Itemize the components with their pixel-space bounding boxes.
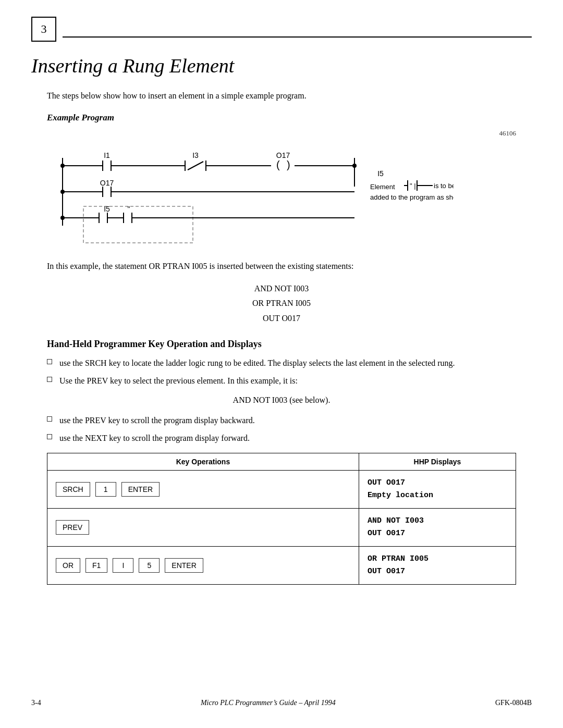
hhp-display-1: OUT O017 Empty location	[359, 470, 516, 508]
svg-point-20	[352, 164, 357, 168]
hhp-display-2: AND NOT I003 OUT O017	[359, 508, 516, 546]
code-line-1: AND NOT I003	[47, 281, 516, 297]
svg-text:": "	[128, 205, 130, 213]
footer-title: Micro PLC Programmer’s Guide – April 199…	[201, 699, 336, 707]
svg-text:is to be: is to be	[434, 182, 454, 190]
bullet-icon-4	[47, 434, 52, 439]
main-content: The steps below show how to insert an el…	[0, 77, 563, 585]
page-title: Inserting a Rung Element	[0, 42, 563, 77]
col-key-ops: Key Operations	[47, 453, 359, 470]
key-i: I	[113, 558, 133, 573]
bullet-item-4: use the NEXT key to scroll the program d…	[47, 432, 516, 445]
svg-text:I5: I5	[104, 205, 110, 213]
code-line-2: OR PTRAN I005	[47, 296, 516, 311]
svg-text:Element: Element	[370, 183, 395, 191]
bullet-icon-2	[47, 377, 52, 382]
bullet-item-2: Use the PREV key to select the previous …	[47, 375, 516, 387]
key-enter-1: ENTER	[121, 482, 160, 497]
code-line-3: OUT O017	[47, 311, 516, 326]
code-block: AND NOT I003 OR PTRAN I005 OUT O017	[47, 281, 516, 326]
svg-text:I1: I1	[104, 151, 110, 159]
col-hhp: HHP Displays	[359, 453, 516, 470]
key-f1: F1	[85, 558, 107, 573]
bullet-icon-1	[47, 359, 52, 364]
key-ops-cell-2: PREV	[47, 508, 359, 546]
page-footer: 3-4 Micro PLC Programmer’s Guide – April…	[0, 699, 563, 707]
svg-text:): )	[287, 159, 290, 170]
key-srch: SRCH	[56, 482, 90, 497]
handheld-heading: Hand-Held Programmer Key Operation and D…	[47, 339, 516, 350]
bullet-list-2: use the PREV key to scroll the program d…	[47, 414, 516, 445]
bullet-list-1: use the SRCH key to locate the ladder lo…	[47, 357, 516, 387]
svg-line-12	[188, 162, 203, 170]
footer-doc-id: GFK-0804B	[495, 699, 532, 707]
key-prev: PREV	[56, 520, 89, 535]
bullet-item-1: use the SRCH key to locate the ladder lo…	[47, 357, 516, 369]
svg-text:(: (	[276, 159, 280, 170]
svg-text:I3: I3	[192, 151, 199, 159]
example-heading: Example Program	[47, 113, 516, 123]
svg-text:I5: I5	[377, 169, 384, 178]
key-1: 1	[95, 482, 116, 497]
chapter-line	[63, 36, 532, 38]
operations-table: Key Operations HHP Displays SRCH 1 ENTER…	[47, 453, 516, 585]
example-note: In this example, the statement OR PTRAN …	[47, 260, 516, 273]
key-ops-cell-3: OR F1 I 5 ENTER	[47, 546, 359, 584]
svg-rect-32	[83, 206, 193, 243]
footer-page-number: 3-4	[31, 699, 41, 707]
svg-text:" |: " |	[410, 182, 416, 190]
svg-text:O17: O17	[276, 151, 290, 159]
diagram-number: 46106	[499, 129, 517, 138]
bullet-icon-3	[47, 416, 52, 422]
diagram-container: 46106 I1 I3 O17	[47, 129, 516, 249]
table-row: SRCH 1 ENTER OUT O017 Empty location	[47, 470, 516, 508]
chapter-number: 3	[31, 17, 56, 42]
svg-text:added to the program as shown: added to the program as shown	[370, 193, 454, 201]
table-row: PREV AND NOT I003 OUT O017	[47, 508, 516, 546]
key-ops-cell-1: SRCH 1 ENTER	[47, 470, 359, 508]
bullet-item-3: use the PREV key to scroll the program d…	[47, 414, 516, 427]
svg-text:O17: O17	[100, 179, 114, 187]
key-or: OR	[56, 558, 80, 573]
hhp-display-3: OR PTRAN I005 OUT O017	[359, 546, 516, 584]
intro-text: The steps below show how to insert an el…	[47, 90, 516, 102]
centered-note: AND NOT I003 (see below).	[47, 396, 516, 405]
chapter-header: 3	[0, 0, 563, 42]
table-row: OR F1 I 5 ENTER OR PTRAN I005 OUT O017	[47, 546, 516, 584]
ladder-diagram: I1 I3 O17 ( ) O17	[47, 129, 454, 249]
key-5: 5	[139, 558, 160, 573]
key-enter-3: ENTER	[165, 558, 203, 573]
